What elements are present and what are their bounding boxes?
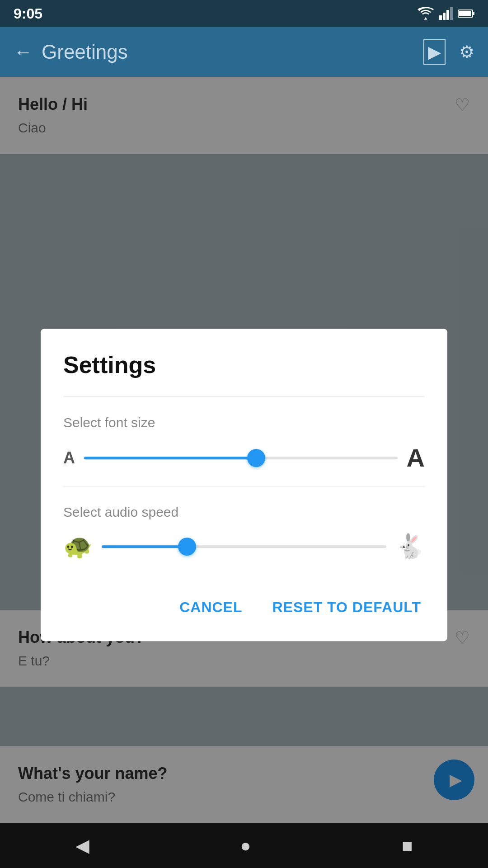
dialog-buttons: CANCEL RESET TO DEFAULT — [63, 583, 425, 623]
rabbit-icon: 🐇 — [395, 533, 425, 560]
dialog-divider-top — [63, 396, 425, 397]
font-size-slider-container — [84, 449, 398, 467]
audio-speed-slider-container — [102, 538, 386, 556]
app-bar-left: ← Greetings — [14, 41, 128, 63]
font-size-label: Select font size — [63, 415, 425, 430]
app-bar-actions: ▶ ⚙ — [423, 39, 474, 65]
settings-icon[interactable]: ⚙ — [459, 42, 474, 62]
bg-content: ♡ Hello / Hi Ciao Settings Select font s… — [0, 77, 488, 868]
svg-rect-3 — [450, 7, 453, 20]
status-icons — [418, 7, 474, 20]
page-title: Greetings — [42, 41, 128, 63]
nav-home-button[interactable]: ● — [240, 835, 251, 856]
bottom-nav: ◀ ● ■ — [0, 823, 488, 868]
audio-speed-label: Select audio speed — [63, 505, 425, 520]
wifi-icon — [418, 7, 434, 20]
signal-icon — [439, 7, 453, 20]
status-bar: 9:05 — [0, 0, 488, 27]
nav-recent-button[interactable]: ■ — [402, 835, 413, 856]
dialog-title: Settings — [63, 351, 425, 378]
back-button[interactable]: ← — [14, 41, 33, 63]
font-size-large-icon: A — [407, 443, 425, 472]
svg-rect-2 — [446, 10, 449, 20]
status-time: 9:05 — [14, 5, 42, 22]
turtle-icon: 🐢 — [63, 533, 93, 560]
reset-to-default-button[interactable]: RESET TO DEFAULT — [269, 592, 425, 623]
nav-back-button[interactable]: ◀ — [75, 835, 89, 856]
settings-dialog: Settings Select font size A A Select aud… — [41, 329, 447, 641]
font-size-small-icon: A — [63, 448, 75, 467]
section-divider — [63, 486, 425, 486]
svg-rect-1 — [443, 13, 446, 20]
font-size-slider-row: A A — [63, 443, 425, 472]
play-icon[interactable]: ▶ — [423, 39, 446, 65]
audio-speed-slider-row: 🐢 🐇 — [63, 533, 425, 560]
svg-rect-6 — [459, 11, 471, 16]
svg-rect-0 — [439, 15, 442, 20]
battery-icon — [458, 9, 474, 18]
app-bar: ← Greetings ▶ ⚙ — [0, 27, 488, 77]
cancel-button[interactable]: CANCEL — [176, 592, 246, 623]
svg-rect-5 — [473, 12, 474, 15]
